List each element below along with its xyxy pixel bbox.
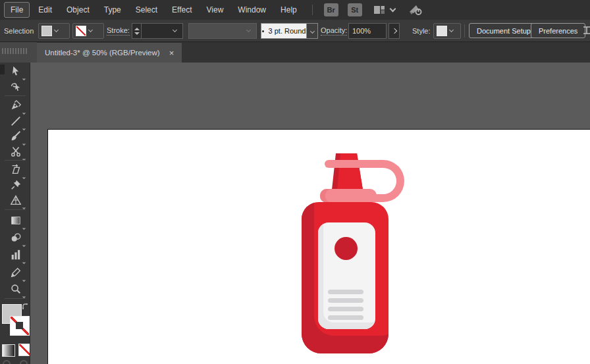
control-bar: Selection Stroke: 3 pt. Round <box>0 20 590 42</box>
menu-edit[interactable]: Edit <box>32 3 58 17</box>
toolbar-dock-zone <box>0 42 37 63</box>
stroke-color-control[interactable] <box>10 316 30 336</box>
document-tab-title: Untitled-3* @ 50% (RGB/Preview) <box>45 49 160 57</box>
paintbrush-tool[interactable] <box>9 130 23 143</box>
brush-definition-field[interactable]: 3 pt. Round <box>261 23 307 39</box>
stroke-color-dropdown[interactable] <box>72 23 104 39</box>
stroke-chevron-down-icon <box>88 28 93 32</box>
gpu-performance-icon[interactable] <box>408 4 423 16</box>
shape-builder-tool[interactable] <box>9 231 23 244</box>
label-text-line <box>328 307 363 311</box>
stroke-width-chevron-icon <box>173 28 177 32</box>
fill-color-dropdown[interactable] <box>38 23 70 39</box>
stroke-label[interactable]: Stroke: <box>107 26 130 36</box>
menu-type[interactable]: Type <box>98 3 127 17</box>
menu-effect[interactable]: Effect <box>166 3 198 17</box>
label-text-line <box>328 298 363 303</box>
bridge-button[interactable]: Br <box>324 3 338 16</box>
context-label: Selection <box>4 26 34 36</box>
line-segment-tool[interactable] <box>9 115 23 128</box>
column-graph-tool-icon <box>10 249 22 261</box>
perspective-grid-tool[interactable] <box>9 194 23 207</box>
perspective-grid-tool-icon <box>10 194 22 206</box>
gradient-fill-button[interactable] <box>2 344 15 357</box>
style-chevron-down-icon <box>449 28 454 32</box>
variable-width-dropdown <box>188 23 257 39</box>
tab-close-button[interactable]: × <box>169 49 174 57</box>
menu-select[interactable]: Select <box>130 3 163 17</box>
workspace-chevron-down-icon[interactable] <box>389 6 396 13</box>
zoom-tool[interactable] <box>9 282 23 296</box>
toolbar-grip-handle[interactable] <box>2 48 27 54</box>
stepper-up-icon[interactable] <box>134 28 140 30</box>
brush-definition-value: 3 pt. Round <box>269 27 306 35</box>
swap-fill-stroke-icon[interactable] <box>22 301 30 313</box>
opacity-expand-button[interactable] <box>389 23 400 39</box>
stroke-width-dropdown[interactable] <box>141 23 183 39</box>
brush-definition-chevron-button[interactable] <box>307 23 318 39</box>
shape-builder-tool-icon <box>10 232 22 244</box>
tools-panel <box>0 63 30 364</box>
toolbar-separator <box>5 160 26 161</box>
selection-tool-icon <box>10 65 22 77</box>
chevron-right-icon <box>391 28 396 34</box>
gradient-tool[interactable] <box>9 214 23 227</box>
menu-window[interactable]: Window <box>232 3 272 17</box>
style-swatch <box>437 26 447 36</box>
variable-width-chevron-icon <box>246 28 251 32</box>
label-text-line <box>328 290 363 294</box>
graphic-style-dropdown[interactable] <box>433 23 461 39</box>
direct-selection-tool[interactable] <box>9 80 23 93</box>
brush-definition-combo[interactable]: 3 pt. Round <box>261 23 318 39</box>
draw-mode-button[interactable] <box>20 360 28 364</box>
scissors-tool-icon <box>10 145 22 157</box>
menu-help[interactable]: Help <box>275 3 303 17</box>
fill-chevron-down-icon <box>54 28 59 32</box>
opacity-value: 100% <box>352 27 371 35</box>
scissors-tool[interactable] <box>9 145 23 158</box>
free-transform-tool[interactable] <box>9 163 23 176</box>
menu-object[interactable]: Object <box>61 3 95 17</box>
pencil-tool-icon <box>10 267 22 278</box>
style-label: Style: <box>412 26 431 36</box>
pen-tool-icon <box>10 99 22 111</box>
document-tab[interactable]: Untitled-3* @ 50% (RGB/Preview) × <box>37 43 182 63</box>
opacity-input[interactable]: 100% <box>348 23 387 39</box>
gradient-tool-icon <box>10 215 22 226</box>
direct-selection-tool-icon <box>10 81 22 93</box>
toolbar-separator <box>5 95 26 96</box>
fill-swatch <box>41 26 52 36</box>
selection-tool[interactable] <box>9 65 23 78</box>
menu-bar: File Edit Object Type Select Effect View… <box>0 0 590 20</box>
pencil-tool[interactable] <box>9 266 23 279</box>
menu-view[interactable]: View <box>201 3 230 17</box>
illustrator-window: File Edit Object Type Select Effect View… <box>0 0 590 364</box>
toolbar-separator <box>5 209 26 210</box>
pin-tool[interactable] <box>9 178 23 192</box>
menu-file[interactable]: File <box>4 2 30 18</box>
preferences-button[interactable]: Preferences <box>531 23 585 38</box>
stepper-down-icon[interactable] <box>134 32 140 35</box>
label-circle <box>335 237 358 260</box>
opacity-label[interactable]: Opacity: <box>321 26 347 36</box>
ketchup-bottle-artwork[interactable] <box>296 151 408 353</box>
draw-mode-button[interactable] <box>3 360 11 364</box>
brush-chevron-down-icon <box>309 28 314 33</box>
stroke-width-stepper[interactable] <box>132 23 142 39</box>
label-text-line <box>328 315 363 320</box>
paintbrush-tool-icon <box>10 130 22 142</box>
document-tab-bar: Untitled-3* @ 50% (RGB/Preview) × <box>0 42 590 63</box>
line-tool-icon <box>10 115 22 127</box>
stroke-hole <box>16 322 23 329</box>
column-graph-tool[interactable] <box>9 248 23 261</box>
toolbar-separator <box>5 298 26 299</box>
none-fill-button[interactable] <box>18 344 30 356</box>
docked-panel-icon[interactable] <box>582 25 590 36</box>
controlbar-separator <box>464 24 465 38</box>
stock-button[interactable]: St <box>348 3 362 16</box>
zoom-tool-icon <box>10 283 22 295</box>
pen-tool[interactable] <box>9 99 23 112</box>
bottle-cap-collar <box>320 189 377 203</box>
workspace-switcher-icon[interactable] <box>373 5 385 14</box>
document-setup-button[interactable]: Document Setup <box>469 23 539 38</box>
